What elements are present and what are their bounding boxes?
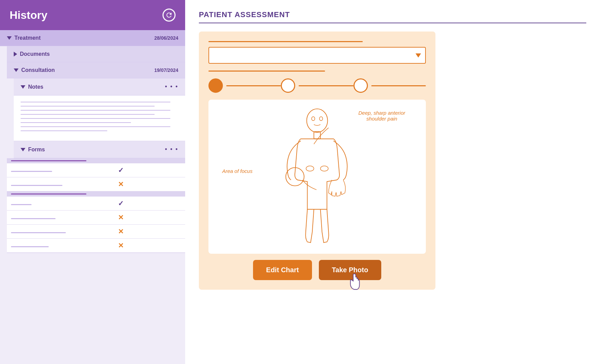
forms-group2-header [7, 191, 185, 197]
note-line [21, 118, 170, 119]
svg-point-4 [321, 166, 328, 171]
forms-group1-header [7, 158, 185, 163]
forms-menu-dots[interactable]: • • • [165, 146, 178, 153]
forms-label: Forms [28, 147, 45, 153]
main-content: PATIENT ASSESSMENT [185, 0, 600, 364]
assessment-line-top [208, 41, 363, 42]
radio-item-3 [353, 78, 426, 93]
x-icon: ✕ [118, 228, 124, 235]
radio-item-1 [208, 78, 281, 93]
body-svg [262, 108, 372, 245]
radio-button-3[interactable] [353, 78, 368, 93]
shoulder-annotation: Deep, sharp anteriorshoulder pain [358, 110, 405, 122]
cursor-hand-icon [347, 273, 361, 290]
sidebar-header: History [0, 0, 185, 30]
forms-section[interactable]: Forms • • • [14, 141, 185, 158]
consultation-label: Consultation [21, 67, 55, 73]
radio-item-2 [281, 78, 353, 93]
forms-table: ✓ ✕ [7, 163, 185, 191]
refresh-button[interactable] [163, 9, 176, 22]
sidebar: History Treatment 28/06/2024 Documents [0, 0, 185, 364]
forms-content: ✓ ✕ ✓ ✕ [7, 158, 185, 253]
assessment-line-2 [208, 71, 325, 72]
cell-line [11, 246, 49, 247]
sidebar-title: History [10, 9, 47, 22]
notes-menu-dots[interactable]: • • • [165, 83, 178, 90]
notes-label: Notes [28, 84, 43, 90]
sidebar-content: Treatment 28/06/2024 Documents Consultat… [0, 30, 185, 364]
note-line [21, 102, 170, 102]
table-row: ✕ [7, 225, 185, 239]
triangle-down-icon [21, 85, 25, 89]
triangle-right-icon [14, 52, 17, 57]
forms-group-header-line [11, 193, 86, 194]
treatment-label: Treatment [14, 35, 40, 41]
note-line [21, 122, 131, 123]
cell-line [11, 185, 62, 186]
treatment-date: 28/06/2024 [154, 35, 178, 41]
svg-point-0 [307, 109, 328, 133]
check-icon: ✓ [118, 200, 124, 207]
cell-line [11, 204, 32, 205]
body-chart: Deep, sharp anteriorshoulder pain Area o… [208, 100, 426, 254]
x-icon: ✕ [118, 180, 124, 188]
table-row: ✕ [7, 177, 185, 191]
documents-label: Documents [20, 51, 50, 57]
svg-point-5 [312, 117, 315, 121]
note-line [21, 126, 170, 127]
dropdown-wrapper [208, 47, 426, 64]
notes-content [14, 96, 185, 141]
radio-line-3 [371, 85, 426, 86]
treatment-section[interactable]: Treatment 28/06/2024 [0, 30, 185, 46]
forms-group-header-line [11, 160, 86, 161]
x-icon: ✕ [118, 214, 124, 221]
check-icon: ✓ [118, 166, 124, 174]
cell-line [11, 232, 66, 233]
consultation-section[interactable]: Consultation 19/07/2024 [7, 62, 185, 78]
documents-section[interactable]: Documents [7, 46, 185, 62]
focus-annotation: Area of focus [222, 168, 252, 174]
cell-line [11, 171, 52, 172]
cell-line [11, 218, 56, 219]
note-line [21, 114, 155, 115]
assessment-panel: Deep, sharp anteriorshoulder pain Area o… [199, 32, 435, 290]
edit-chart-button[interactable]: Edit Chart [253, 260, 312, 280]
dropdown-row [208, 47, 426, 64]
assessment-dropdown[interactable] [208, 47, 426, 64]
svg-point-3 [306, 166, 314, 171]
table-row: ✓ [7, 197, 185, 211]
consultation-date: 19/07/2024 [154, 67, 178, 73]
table-row: ✕ [7, 239, 185, 253]
note-line [21, 110, 170, 111]
forms-table-2: ✓ ✕ ✕ ✕ [7, 197, 185, 253]
note-line [21, 130, 107, 131]
chart-buttons: Edit Chart Take Photo [208, 260, 426, 280]
radio-line-1 [226, 85, 281, 86]
triangle-down-icon [7, 36, 12, 40]
notes-section[interactable]: Notes • • • [14, 78, 185, 96]
triangle-down-icon [21, 148, 25, 151]
svg-point-6 [320, 117, 323, 121]
svg-rect-1 [314, 132, 320, 139]
radio-button-2[interactable] [281, 78, 295, 93]
radio-button-1[interactable] [208, 78, 223, 93]
x-icon: ✕ [118, 242, 124, 249]
note-line [21, 106, 155, 106]
table-row: ✓ [7, 163, 185, 177]
page-title: PATIENT ASSESSMENT [199, 10, 586, 23]
table-row: ✕ [7, 211, 185, 225]
radio-line-2 [299, 85, 353, 86]
take-photo-container: Take Photo [319, 260, 381, 280]
triangle-down-icon [14, 68, 19, 72]
radio-row [208, 78, 426, 93]
